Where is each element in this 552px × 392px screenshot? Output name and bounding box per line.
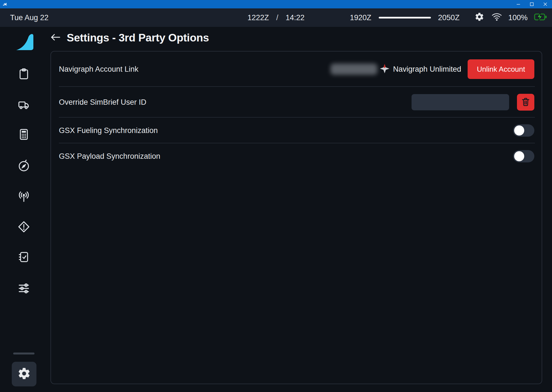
window-controls — [512, 0, 552, 8]
close-button[interactable] — [539, 0, 552, 8]
setting-row-gsx-payload: GSX Payload Synchronization — [51, 143, 542, 169]
gsx-payload-toggle[interactable] — [513, 150, 534, 162]
gsx-fueling-toggle[interactable] — [513, 124, 534, 137]
clear-simbrief-id-button[interactable] — [517, 94, 534, 111]
window-titlebar — [0, 0, 552, 8]
battery-charging-icon — [534, 12, 547, 23]
navigraph-logo-icon — [380, 64, 390, 75]
setting-row-simbrief-id: Override SimBrief User ID — [51, 87, 542, 118]
statusbar-date: Tue Aug 22 — [10, 8, 48, 27]
back-button[interactable] — [50, 33, 61, 43]
departure-time: 1920Z — [350, 13, 371, 22]
time-separator: / — [276, 13, 278, 22]
setting-row-navigraph-account: Navigraph Account Link Navigraph Unlimit… — [51, 52, 542, 87]
sidebar-item-checklist[interactable] — [17, 251, 30, 263]
local-time: 14:22 — [286, 13, 305, 22]
sidebar-item-settings-active[interactable] — [12, 362, 36, 386]
page-title: Settings - 3rd Party Options — [67, 32, 209, 44]
settings-gear-icon[interactable] — [475, 12, 484, 24]
efb-statusbar: Tue Aug 22 1222Z / 14:22 1920Z 2050Z 100… — [0, 8, 552, 27]
utc-time: 1222Z — [248, 13, 269, 22]
page-header: Settings - 3rd Party Options — [50, 30, 209, 46]
sidebar-item-flight-clipboard[interactable] — [17, 67, 30, 80]
arrival-time: 2050Z — [438, 13, 460, 22]
sidebar-item-warning-reports[interactable] — [17, 220, 30, 233]
setting-label: GSX Payload Synchronization — [59, 152, 160, 161]
setting-row-gsx-fueling: GSX Fueling Synchronization — [51, 118, 542, 143]
toggle-knob — [514, 125, 524, 136]
sidebar-divider — [13, 353, 34, 354]
minimize-button[interactable] — [512, 0, 525, 8]
setting-label: Override SimBrief User ID — [59, 98, 146, 107]
sidebar-nav — [0, 27, 43, 392]
simbrief-id-input[interactable] — [412, 94, 509, 110]
sidebar-item-compass-nav[interactable] — [17, 159, 30, 172]
statusbar-clock-group: 1222Z / 14:22 — [248, 8, 305, 27]
toggle-knob — [514, 151, 524, 161]
setting-label: GSX Fueling Synchronization — [59, 126, 158, 135]
maximize-button[interactable] — [525, 0, 539, 8]
flight-progress-bar — [379, 17, 431, 18]
flight-time-progress-group: 1920Z 2050Z — [350, 8, 459, 27]
unlink-account-button[interactable]: Unlink Account — [468, 59, 534, 79]
wifi-icon — [491, 13, 502, 23]
gear-icon — [17, 367, 31, 381]
setting-label: Navigraph Account Link — [59, 65, 138, 74]
settings-panel: Navigraph Account Link Navigraph Unlimit… — [50, 51, 542, 384]
fenix-tail-logo[interactable] — [15, 34, 34, 51]
sidebar-item-calculator[interactable] — [17, 128, 30, 141]
sidebar-item-radio-tower[interactable] — [17, 190, 30, 203]
trash-icon — [521, 97, 530, 108]
navigraph-account-name-blurred — [331, 64, 377, 75]
sidebar-item-ground-services-truck[interactable] — [17, 98, 30, 111]
battery-percent: 100% — [508, 13, 528, 22]
sidebar-item-sliders-options[interactable] — [17, 282, 30, 295]
statusbar-indicators: 100% — [475, 8, 547, 27]
navigraph-subscription-label: Navigraph Unlimited — [393, 65, 461, 74]
app-window-icon — [3, 2, 8, 6]
